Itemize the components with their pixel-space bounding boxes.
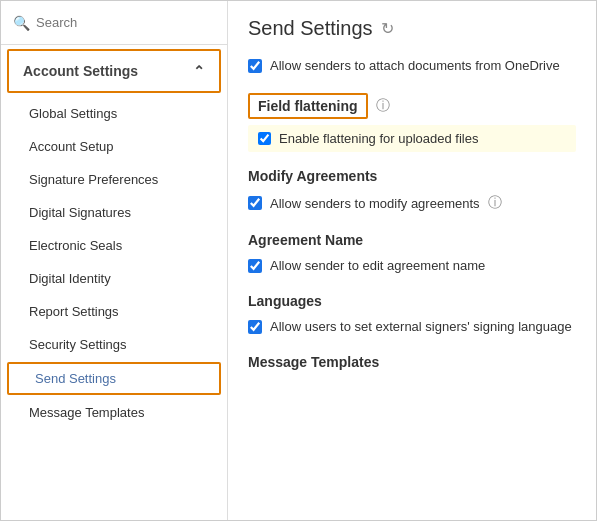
languages-item: Allow users to set external signers' sig… <box>248 315 576 338</box>
modify-agreements-item: Allow senders to modify agreements ⓘ <box>248 190 576 216</box>
modify-agreements-checkbox[interactable] <box>248 196 262 210</box>
field-flattening-section: Field flattening ⓘ Enable flattening for… <box>248 93 576 152</box>
search-icon: 🔍 <box>13 15 30 31</box>
message-templates-section: Message Templates <box>248 354 576 370</box>
message-templates-title: Message Templates <box>248 354 576 370</box>
sidebar-item-message-templates[interactable]: Message Templates <box>1 396 227 429</box>
flatten-label: Enable flattening for uploaded files <box>279 131 478 146</box>
sidebar: 🔍 Account Settings ⌃ Global SettingsAcco… <box>1 1 228 521</box>
help-icon-flattening[interactable]: ⓘ <box>376 97 390 115</box>
search-bar: 🔍 <box>1 1 227 45</box>
agreement-name-checkbox[interactable] <box>248 259 262 273</box>
sidebar-item-security-settings[interactable]: Security Settings <box>1 328 227 361</box>
onedrive-label: Allow senders to attach documents from O… <box>270 58 560 73</box>
field-flattening-title: Field flattening <box>258 98 358 114</box>
modify-agreements-label: Allow senders to modify agreements <box>270 196 480 211</box>
sidebar-item-send-settings[interactable]: Send Settings <box>7 362 221 395</box>
agreement-name-section: Agreement Name Allow sender to edit agre… <box>248 232 576 277</box>
sidebar-item-account-setup[interactable]: Account Setup <box>1 130 227 163</box>
account-settings-label: Account Settings <box>23 63 138 79</box>
agreement-name-title: Agreement Name <box>248 232 576 248</box>
page-title-text: Send Settings <box>248 17 373 40</box>
onedrive-section: Allow senders to attach documents from O… <box>248 54 576 77</box>
sidebar-nav: Global SettingsAccount SetupSignature Pr… <box>1 97 227 521</box>
field-flattening-content: Enable flattening for uploaded files <box>248 125 576 152</box>
modify-agreements-section: Modify Agreements Allow senders to modif… <box>248 168 576 216</box>
languages-checkbox[interactable] <box>248 320 262 334</box>
account-settings-header[interactable]: Account Settings ⌃ <box>7 49 221 93</box>
sidebar-item-signature-preferences[interactable]: Signature Preferences <box>1 163 227 196</box>
languages-section: Languages Allow users to set external si… <box>248 293 576 338</box>
sidebar-item-report-settings[interactable]: Report Settings <box>1 295 227 328</box>
onedrive-item: Allow senders to attach documents from O… <box>248 54 576 77</box>
help-icon-modify[interactable]: ⓘ <box>488 194 502 212</box>
search-input[interactable] <box>36 15 215 30</box>
sidebar-item-digital-signatures[interactable]: Digital Signatures <box>1 196 227 229</box>
chevron-up-icon: ⌃ <box>193 63 205 79</box>
languages-label: Allow users to set external signers' sig… <box>270 319 572 334</box>
languages-title: Languages <box>248 293 576 309</box>
flatten-checkbox[interactable] <box>258 132 271 145</box>
page-title: Send Settings ↻ <box>248 17 576 40</box>
agreement-name-label: Allow sender to edit agreement name <box>270 258 485 273</box>
main-content: Send Settings ↻ Allow senders to attach … <box>228 1 596 521</box>
onedrive-checkbox[interactable] <box>248 59 262 73</box>
agreement-name-item: Allow sender to edit agreement name <box>248 254 576 277</box>
sidebar-item-global-settings[interactable]: Global Settings <box>1 97 227 130</box>
refresh-icon[interactable]: ↻ <box>381 19 394 38</box>
sidebar-item-digital-identity[interactable]: Digital Identity <box>1 262 227 295</box>
sidebar-item-electronic-seals[interactable]: Electronic Seals <box>1 229 227 262</box>
modify-agreements-title: Modify Agreements <box>248 168 576 184</box>
